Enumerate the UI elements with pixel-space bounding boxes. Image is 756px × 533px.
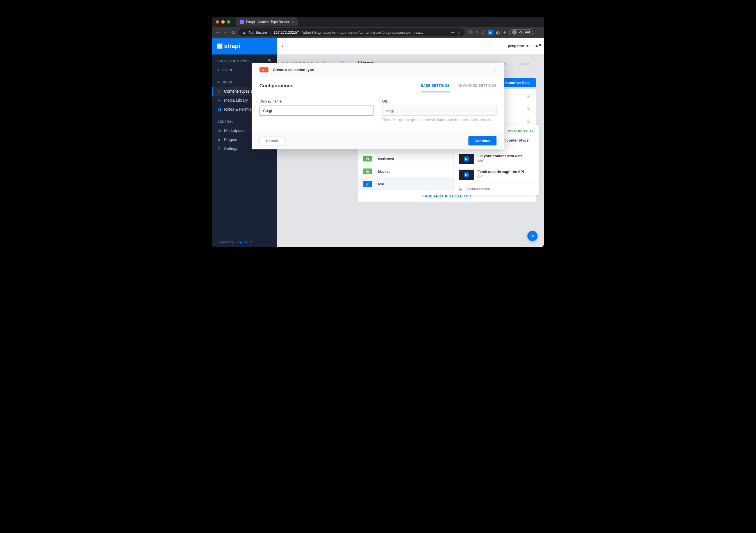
minimize-window-icon[interactable] xyxy=(221,20,225,24)
paused-label: Paused xyxy=(518,30,530,34)
ext-icon[interactable]: ≡ xyxy=(475,30,478,35)
configurations-heading: Configurations xyxy=(259,83,293,93)
key-icon[interactable]: ⊶ xyxy=(451,30,455,35)
modal-backdrop: CT Create a collection type × Configurat… xyxy=(212,38,544,247)
url-path: /admin/plugins/content-type-builder/cont… xyxy=(302,30,423,35)
close-icon[interactable]: × xyxy=(494,67,497,73)
address-bar[interactable]: ▲ Not Secure | 167.172.202.57/admin/plug… xyxy=(238,28,465,36)
display-name-input[interactable] xyxy=(259,106,374,116)
modal-cancel-button[interactable]: Cancel xyxy=(259,136,284,146)
warning-icon: ▲ xyxy=(242,30,246,35)
puzzle-icon[interactable]: ✦ xyxy=(503,30,506,35)
tab-base-settings[interactable]: BASE SETTINGS xyxy=(421,84,449,93)
browser-chrome: Strapi - Content Type Builder × + ← → ⟳ … xyxy=(212,17,544,38)
menu-icon[interactable]: ⋮ xyxy=(536,30,540,35)
close-window-icon[interactable] xyxy=(216,20,219,24)
info-icon[interactable]: ⓘ xyxy=(468,30,472,35)
reload-button[interactable]: ⟳ xyxy=(231,30,235,35)
fullscreen-window-icon[interactable] xyxy=(227,20,230,24)
avatar-icon xyxy=(512,30,517,35)
check-icon[interactable]: ✓ xyxy=(481,30,485,35)
forward-button[interactable]: → xyxy=(224,30,228,35)
close-tab-icon[interactable]: × xyxy=(291,20,294,24)
url-host: 167.172.202.57 xyxy=(274,30,299,35)
uid-input[interactable] xyxy=(382,106,497,116)
traffic-lights xyxy=(216,20,230,24)
display-name-label: Display name xyxy=(259,99,374,103)
ct-badge-icon: CT xyxy=(259,67,268,72)
back-button[interactable]: ← xyxy=(216,30,220,35)
security-label: Not Secure xyxy=(249,30,267,35)
uid-help: The UID is used to generate the API rout… xyxy=(382,118,497,122)
create-collection-modal: CT Create a collection type × Configurat… xyxy=(252,63,504,149)
tab-favicon-icon xyxy=(240,20,244,24)
tab-title: Strapi - Content Type Builder xyxy=(246,20,289,24)
modal-continue-button[interactable]: Continue xyxy=(469,136,497,146)
profile-paused[interactable]: Paused xyxy=(509,29,533,35)
tab-advanced-settings[interactable]: ADVANCED SETTINGS xyxy=(457,84,497,93)
browser-tab[interactable]: Strapi - Content Type Builder × xyxy=(236,17,298,26)
bookmark-icon[interactable]: ☆ xyxy=(457,30,461,35)
uid-label: UID xyxy=(382,99,497,103)
new-tab-button[interactable]: + xyxy=(302,19,304,24)
zoom-icon[interactable]: ▶ xyxy=(488,30,493,35)
ext2-icon[interactable]: ◐ xyxy=(496,30,500,35)
modal-title: Create a collection type xyxy=(273,68,314,72)
